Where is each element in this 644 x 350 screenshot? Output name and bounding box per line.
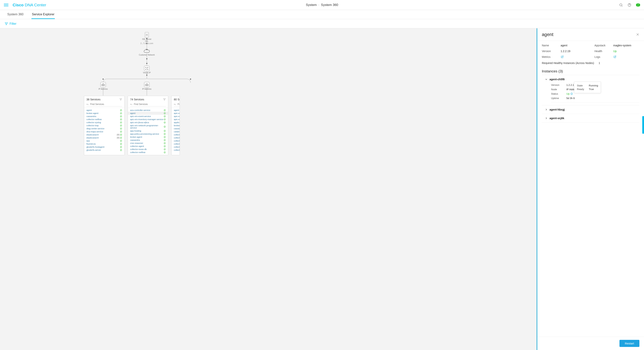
card-header: 74 Services ≡⌕ xyxy=(128,96,168,108)
check-circle-icon xyxy=(164,126,166,128)
service-row[interactable]: collector-netflow xyxy=(128,151,168,154)
service-row[interactable]: collector- xyxy=(172,139,180,142)
service-row[interactable]: applicati xyxy=(172,121,180,124)
node-virtual-ip[interactable]: Virtual IP xyxy=(142,66,152,74)
svg-point-3 xyxy=(629,5,630,6)
service-list[interactable]: agentbroker-agentcassandracollector-netf… xyxy=(84,108,124,153)
hamburger-menu-button[interactable] xyxy=(4,3,8,7)
service-row[interactable]: broker-agent xyxy=(128,135,168,138)
instance-toggle[interactable]: agent-ch5f8 xyxy=(545,78,640,81)
service-row[interactable]: cassandra xyxy=(128,138,168,142)
service-row[interactable]: collector- xyxy=(172,148,180,152)
service-row[interactable]: cassandra xyxy=(84,115,124,118)
service-row[interactable]: agent xyxy=(84,109,124,112)
tab-system-360[interactable]: System 360 xyxy=(7,13,24,19)
check-circle-icon xyxy=(164,118,166,120)
label-uptime: Uptime xyxy=(551,97,562,100)
cloud-status-icon[interactable] xyxy=(636,3,640,6)
node-ip-address[interactable]: IP Address xyxy=(142,82,152,90)
service-row[interactable]: agent xyxy=(172,109,180,112)
instance-toggle[interactable]: agent-hbxgj xyxy=(545,108,640,111)
service-row[interactable]: collector-agent xyxy=(128,145,168,148)
service-row[interactable]: elasticsearch(M) xyxy=(84,133,124,136)
side-panel-header: agent xyxy=(537,28,644,41)
service-name: collector- xyxy=(174,149,180,151)
service-row[interactable]: broker-agent xyxy=(84,112,124,115)
service-row[interactable]: app-hosting xyxy=(128,129,168,132)
find-services-input[interactable] xyxy=(178,103,180,106)
service-row[interactable]: collector-syslog xyxy=(84,121,124,124)
service-row[interactable]: broker-a xyxy=(172,124,180,127)
svg-rect-10 xyxy=(146,35,148,36)
service-name: cnsr-reasoner xyxy=(130,142,143,144)
search-icon[interactable] xyxy=(619,3,623,7)
help-icon[interactable] xyxy=(628,3,631,7)
service-row[interactable]: dna-maps-service xyxy=(84,130,124,133)
close-icon[interactable] xyxy=(636,33,640,36)
label-appstack: Appstack xyxy=(594,44,608,47)
service-row[interactable]: agent xyxy=(128,112,168,115)
svg-point-11 xyxy=(146,67,146,68)
service-row[interactable]: aca-controller-service xyxy=(128,109,168,112)
logs-link[interactable] xyxy=(613,55,616,58)
service-row[interactable]: cassandr xyxy=(172,127,180,130)
service-row[interactable]: collector-iosxe-db xyxy=(128,148,168,151)
find-services-input[interactable] xyxy=(134,103,166,106)
label-version: Version xyxy=(551,83,562,86)
chevron-down-icon xyxy=(545,78,547,80)
cloud-icon xyxy=(137,49,156,53)
service-row[interactable]: glusterfs-server xyxy=(84,148,124,152)
service-row[interactable]: apic-em- xyxy=(172,115,180,118)
service-row[interactable]: collector- xyxy=(172,136,180,139)
info-icon[interactable] xyxy=(570,92,573,95)
service-row[interactable]: fluentd-es xyxy=(84,142,124,145)
node-customer-network[interactable]: Customer Network xyxy=(137,49,156,56)
service-row[interactable]: apic-em-network-programmer-service xyxy=(128,124,168,129)
scrollbar-thumb[interactable] xyxy=(642,116,644,134)
service-row[interactable]: cnsr-reasoner xyxy=(128,142,168,145)
service-list[interactable]: aca-controller-serviceagentapic-em-event… xyxy=(128,108,168,155)
service-row[interactable]: collector- xyxy=(172,133,180,136)
service-card: 74 Services ≡⌕ aca-controller-serviceage… xyxy=(128,96,168,155)
node-ip-address[interactable]: IP Address xyxy=(98,82,108,90)
filter-icon[interactable] xyxy=(163,98,166,101)
service-row[interactable]: catalogs xyxy=(172,130,180,133)
check-circle-icon xyxy=(164,109,166,111)
service-row[interactable]: apic-em-event-service xyxy=(128,115,168,118)
service-row[interactable]: apic-em- xyxy=(172,112,180,115)
service-row[interactable]: apic-em-inventory-manager-service xyxy=(128,118,168,121)
check-circle-icon xyxy=(120,134,122,136)
service-row[interactable]: apic-em-jboss-ejbca xyxy=(128,121,168,124)
service-row[interactable]: eps xyxy=(84,139,124,142)
service-row[interactable]: glusterfs-hostagent xyxy=(84,145,124,148)
side-panel: agent Nameagent Appstackmaglev-system Ve… xyxy=(537,28,644,350)
service-row[interactable]: collector-netflow xyxy=(84,118,124,121)
metrics-link[interactable] xyxy=(560,55,564,58)
filter-button[interactable]: Filter xyxy=(10,22,16,25)
service-list[interactable]: agentapic-em-apic-em-apic-em-applicatibr… xyxy=(172,108,180,153)
instance-toggle[interactable]: agent-vcj6k xyxy=(545,117,640,120)
node-ise-server[interactable]: ISE Server ISE-2...7.cisco.com xyxy=(139,32,154,44)
brand[interactable]: Cisco DNA Center xyxy=(13,3,46,7)
service-row[interactable]: apic-em- xyxy=(172,118,180,121)
service-row[interactable]: collector- xyxy=(172,142,180,145)
service-name: collector-iosxe-db xyxy=(130,148,146,150)
tab-service-explorer[interactable]: Service Explorer xyxy=(32,13,55,19)
check-circle-icon xyxy=(164,121,166,124)
topology-dot xyxy=(146,63,148,64)
service-row[interactable]: diag-center-service xyxy=(84,127,124,130)
service-name: broker-agent xyxy=(86,112,98,114)
service-row[interactable]: app-policy-provisioning-service xyxy=(128,132,168,135)
main: ISE Server ISE-2...7.cisco.com Customer … xyxy=(0,28,644,350)
label-state: State xyxy=(577,84,585,87)
value-version: 1.2.2.19 xyxy=(560,50,570,53)
brand-thin: DNA Center xyxy=(25,3,46,7)
filter-icon[interactable] xyxy=(120,98,122,101)
service-row[interactable]: collector-trap xyxy=(84,124,124,127)
restart-button[interactable]: Restart xyxy=(620,340,640,347)
label-health: Health xyxy=(594,50,608,53)
service-row[interactable]: elasticsearch(M) xyxy=(84,136,124,139)
search-list-icon: ≡⌕ xyxy=(174,103,176,105)
service-row[interactable]: collector- xyxy=(172,145,180,148)
find-services-input[interactable] xyxy=(90,103,122,106)
